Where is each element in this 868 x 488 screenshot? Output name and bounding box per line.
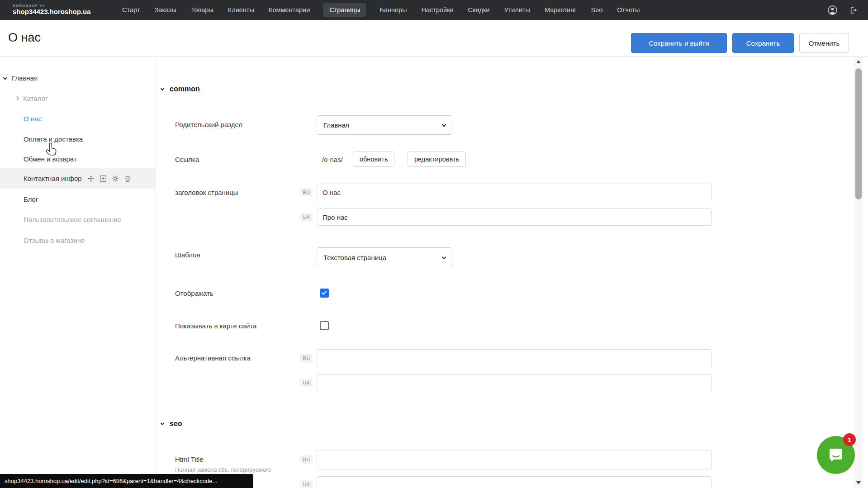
nav-settings[interactable]: Настройки <box>420 3 454 17</box>
nav-seo[interactable]: Seo <box>590 3 604 17</box>
nav-orders[interactable]: Заказы <box>153 3 177 17</box>
nav-pages[interactable]: Страницы <box>323 3 366 17</box>
html-title-hint: Полная замена title, генерируемого <box>175 466 271 473</box>
tree-item-actions <box>87 175 132 183</box>
lang-badge-ua: UA <box>300 480 313 488</box>
settings-gear-icon[interactable] <box>111 175 119 183</box>
cancel-button[interactable]: Отменить <box>799 33 849 53</box>
top-navigation: Старт Заказы Товары Клиенты Комментарии … <box>121 3 640 17</box>
chevron-down-icon[interactable] <box>161 86 164 90</box>
alt-link-label: Альтернативная ссылка <box>175 354 251 362</box>
brand-domain: shop34423.horoshop.ua <box>13 8 103 16</box>
page-title-ru-input[interactable] <box>317 184 712 201</box>
tree-item-o-nas[interactable]: О нас <box>0 109 156 129</box>
display-label: Отображать <box>175 289 213 297</box>
link-refresh-button[interactable]: обновить <box>353 152 394 167</box>
save-and-exit-button[interactable]: Сохранить и выйти <box>631 33 727 53</box>
tree-item-polzovatelskoe[interactable]: Пользовательское соглашение <box>0 209 156 230</box>
nav-discounts[interactable]: Скидки <box>467 3 491 17</box>
html-title-ua-input[interactable] <box>317 476 712 488</box>
nav-products[interactable]: Товары <box>190 3 214 17</box>
lang-badge-ru: RU <box>300 354 313 362</box>
lang-badge-ua: UA <box>300 379 313 387</box>
scrollbar-thumb[interactable] <box>855 68 862 199</box>
tree-item-glavnaya[interactable]: Главная <box>0 68 156 88</box>
html-title-ru-input[interactable] <box>317 450 712 469</box>
chevron-down-icon[interactable] <box>3 75 8 80</box>
sitemap-label: Показывать в карте сайта <box>175 322 256 330</box>
chat-bubble-icon <box>826 445 846 465</box>
topbar-actions <box>827 5 858 15</box>
alt-link-ru-input[interactable] <box>317 349 712 367</box>
page-header: О нас Сохранить и выйти Сохранить Отмени… <box>0 20 868 57</box>
logout-icon[interactable] <box>849 5 858 15</box>
page-title-label: заголовок страницы <box>175 189 238 196</box>
tree-item-oplata[interactable]: Оплата и доставка <box>0 129 156 149</box>
chevron-right-icon[interactable] <box>15 96 19 101</box>
link-value: /o-nas/ <box>322 156 343 163</box>
lang-badge-ru: RU <box>300 188 313 196</box>
scroll-up-arrow[interactable] <box>856 60 861 63</box>
parent-section-label: Родительский раздел <box>175 121 242 128</box>
nav-reports[interactable]: Отчеты <box>616 3 640 17</box>
page-title-ua-input[interactable] <box>317 208 712 226</box>
account-icon[interactable] <box>827 5 838 15</box>
chat-unread-badge: 1 <box>843 433 856 446</box>
add-page-icon[interactable] <box>99 175 107 183</box>
display-checkbox[interactable] <box>320 289 329 298</box>
chevron-down-icon <box>442 123 446 127</box>
html-title-label: Html Title <box>175 455 204 463</box>
nav-marketing[interactable]: Маркетинг <box>544 3 578 17</box>
tree-item-katalog[interactable]: Каталог <box>0 88 156 109</box>
tree-item-kontaktnaya[interactable]: Контактная инфор <box>0 168 156 189</box>
vertical-scrollbar <box>854 57 863 488</box>
link-edit-button[interactable]: редактировать <box>408 152 466 167</box>
tree-item-otzyvy[interactable]: Отзывы о магазине <box>0 230 156 251</box>
section-common[interactable]: common <box>161 85 200 93</box>
pages-tree-sidebar: Главная Каталог О нас Оплата и доставка … <box>0 57 156 488</box>
lang-badge-ua: UA <box>300 213 313 221</box>
brand[interactable]: HOROSHOP V4 shop34423.horoshop.ua <box>13 4 103 15</box>
nav-banners[interactable]: Баннеры <box>379 3 408 17</box>
section-seo[interactable]: seo <box>161 420 182 428</box>
tree-item-obmen[interactable]: Обмен и возврат <box>0 149 156 169</box>
chevron-down-icon <box>442 255 446 259</box>
delete-trash-icon[interactable] <box>123 175 132 183</box>
alt-link-ua-input[interactable] <box>317 374 712 391</box>
template-select[interactable]: Текстовая страница <box>317 247 452 267</box>
scroll-down-arrow[interactable] <box>856 481 861 484</box>
header-buttons: Сохранить и выйти Сохранить Отменить <box>631 33 849 53</box>
save-button[interactable]: Сохранить <box>732 33 794 53</box>
link-preview-statusbar: shop34423.horoshop.ua/edit/edit.php?id=6… <box>0 474 253 488</box>
page-title: О нас <box>8 31 41 45</box>
move-icon[interactable] <box>87 175 95 183</box>
nav-utilities[interactable]: Утилиты <box>503 3 531 17</box>
link-label: Ссылка <box>175 156 199 163</box>
tree-item-blog[interactable]: Блог <box>0 189 156 209</box>
nav-start[interactable]: Старт <box>121 3 141 17</box>
top-bar: HOROSHOP V4 shop34423.horoshop.ua Старт … <box>0 0 868 20</box>
nav-clients[interactable]: Клиенты <box>227 3 255 17</box>
chevron-down-icon[interactable] <box>161 421 164 425</box>
nav-comments[interactable]: Комментарии <box>268 3 311 17</box>
parent-section-select[interactable]: Главная <box>317 115 452 135</box>
template-label: Шаблон <box>175 251 200 259</box>
sitemap-checkbox[interactable] <box>320 321 329 330</box>
lang-badge-ru: RU <box>300 455 313 464</box>
